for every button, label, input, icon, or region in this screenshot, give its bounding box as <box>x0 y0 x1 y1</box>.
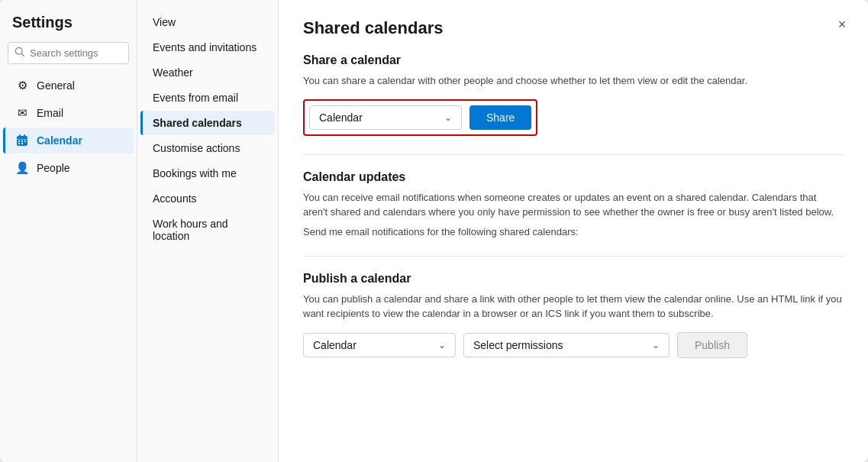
calendar-dropdown-value-share: Calendar <box>319 111 363 124</box>
svg-rect-8 <box>24 141 26 142</box>
send-email-label: Send me email notifications for the foll… <box>303 226 844 237</box>
divider-1 <box>303 154 844 155</box>
publish-section-desc: You can publish a calendar and share a l… <box>303 292 844 321</box>
mid-item-accounts[interactable]: Accounts <box>140 186 275 211</box>
svg-line-1 <box>21 53 24 56</box>
chevron-down-icon-share: ⌄ <box>444 112 452 123</box>
sidebar-item-label-calendar: Calendar <box>37 134 82 147</box>
publish-section-title: Publish a calendar <box>303 272 844 286</box>
chevron-down-icon-publish: ⌄ <box>438 340 446 351</box>
permissions-dropdown[interactable]: Select permissions ⌄ <box>463 333 670 357</box>
mid-item-weather[interactable]: Weather <box>140 60 275 85</box>
settings-window: Settings ⚙ General ✉ Email <box>0 0 868 462</box>
calendar-dropdown-share[interactable]: Calendar ⌄ <box>309 105 462 130</box>
app-title: Settings <box>0 0 137 39</box>
sidebar-item-calendar[interactable]: Calendar <box>3 128 134 153</box>
divider-2 <box>303 256 844 257</box>
svg-rect-7 <box>21 141 23 142</box>
mid-item-bookings[interactable]: Bookings with me <box>140 161 275 186</box>
sidebar-item-label-email: Email <box>37 107 63 119</box>
search-box[interactable] <box>8 42 129 64</box>
mid-item-events-from-email[interactable]: Events from email <box>140 86 275 110</box>
search-input[interactable] <box>30 47 122 59</box>
share-section-title: Share a calendar <box>303 53 844 67</box>
share-button[interactable]: Share <box>469 105 531 130</box>
svg-rect-4 <box>24 134 25 137</box>
updates-section-desc: You can receive email notifications when… <box>303 190 844 220</box>
calendar-icon <box>15 134 29 147</box>
mid-item-work-hours[interactable]: Work hours and location <box>140 212 275 248</box>
mid-panel: View Events and invitations Weather Even… <box>137 0 279 462</box>
publish-button[interactable]: Publish <box>677 332 747 358</box>
share-section-desc: You can share a calendar with other peop… <box>303 73 844 89</box>
svg-rect-5 <box>17 139 27 140</box>
svg-rect-10 <box>21 143 23 144</box>
share-row: Calendar ⌄ Share <box>303 99 537 136</box>
email-icon: ✉ <box>15 106 29 120</box>
sidebar-item-general[interactable]: ⚙ General <box>3 73 134 99</box>
svg-rect-6 <box>18 141 20 142</box>
left-panel: Settings ⚙ General ✉ Email <box>0 0 137 462</box>
close-button[interactable]: × <box>831 14 853 35</box>
mid-item-events[interactable]: Events and invitations <box>140 35 275 60</box>
mid-item-shared-calendars[interactable]: Shared calendars <box>140 111 275 135</box>
page-title: Shared calendars <box>303 18 844 38</box>
sidebar-item-people[interactable]: 👤 People <box>3 155 134 181</box>
svg-rect-9 <box>18 143 20 144</box>
main-panel: × Shared calendars Share a calendar You … <box>279 0 868 462</box>
general-icon: ⚙ <box>15 79 29 92</box>
people-icon: 👤 <box>15 161 29 175</box>
publish-row: Calendar ⌄ Select permissions ⌄ Publish <box>303 332 844 358</box>
sidebar-item-email[interactable]: ✉ Email <box>3 100 134 126</box>
mid-item-view[interactable]: View <box>140 10 275 34</box>
sidebar-item-label-people: People <box>37 162 70 174</box>
updates-section-title: Calendar updates <box>303 170 844 184</box>
sidebar-item-label-general: General <box>37 79 75 92</box>
mid-item-customise-actions[interactable]: Customise actions <box>140 136 275 160</box>
permissions-dropdown-value: Select permissions <box>473 339 563 351</box>
chevron-down-icon-permissions: ⌄ <box>652 340 660 351</box>
updates-section: Calendar updates You can receive email n… <box>303 170 844 237</box>
calendar-dropdown-publish[interactable]: Calendar ⌄ <box>303 333 456 357</box>
calendar-dropdown-value-publish: Calendar <box>313 339 357 351</box>
svg-rect-3 <box>19 134 21 137</box>
search-icon <box>15 47 25 60</box>
